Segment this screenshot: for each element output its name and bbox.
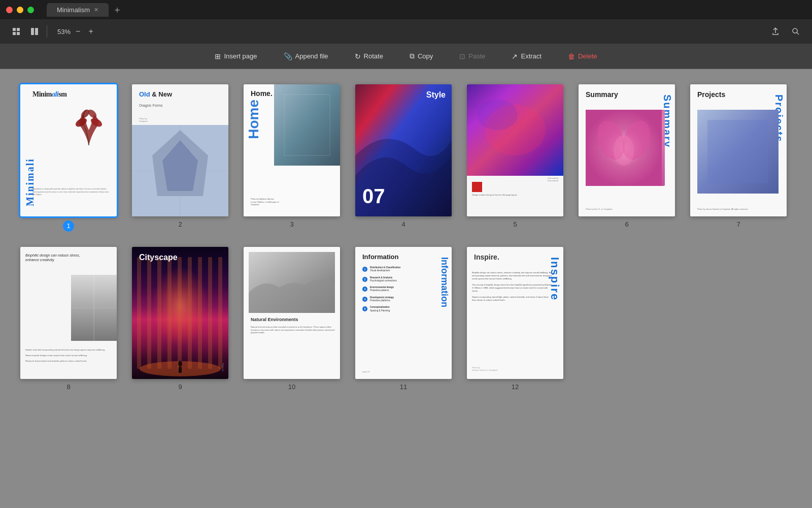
page10-title: Natural Environments [251,317,298,322]
svg-rect-36 [137,257,141,369]
page-num-9: 9 [178,383,182,391]
page2-subtitle: Oragnic Forms [139,104,162,107]
svg-rect-1 [17,28,20,31]
page-item-7[interactable]: Projects Projects [690,84,787,232]
page-num-2: 2 [178,220,182,228]
page-num-4: 4 [401,220,405,228]
svg-point-6 [793,28,797,33]
tab-close-button[interactable]: ✕ [94,7,98,13]
svg-rect-38 [157,257,161,369]
tab-label: Minimalism [57,6,90,14]
page1-content: Minimalism Minimali [20,84,117,216]
page4-style-title: Style [426,90,446,100]
svg-rect-40 [178,257,182,369]
page12-credit: Photo bySimone Hutsch on Unsplash [472,366,497,371]
page-thumb-11: Information Information 1 Distribution &… [355,247,452,379]
page-item-2[interactable]: Old & New Oragnic Forms Photo byUnsplash [132,84,228,232]
page-num-7: 7 [736,220,740,228]
svg-rect-2 [13,32,16,35]
page5-body-text: Design content text goes here for this p… [472,194,558,197]
page1-title: Minimalism [32,90,66,99]
page-item-9[interactable]: Cityscape Photo by 9 [132,247,228,391]
page-item-10[interactable]: Natural Environments Natural environment… [244,247,340,391]
svg-rect-39 [167,257,172,369]
page-thumb-9: Cityscape Photo by [132,247,228,379]
page-num-6: 6 [625,220,628,228]
page-item-4[interactable]: Style 07 4 [355,84,452,232]
page8-quote: Biophilic design can reduce stress, enha… [25,253,94,262]
title-bar: Minimalism ✕ ＋ [0,0,812,19]
page-num-8: 8 [66,383,70,391]
tab-minimalism[interactable]: Minimalism ✕ [47,3,109,17]
append-file-button[interactable]: 📎 Append file [279,49,333,64]
page-item-12[interactable]: Inspire. Inspire Biophilic design can re… [467,247,563,391]
insert-page-button[interactable]: ⊞ Insert page [210,49,262,64]
rotate-icon: ↻ [355,52,361,60]
page4-content: Style 07 [355,84,452,216]
page7-title-h: Projects [697,90,725,99]
page9-cityscape-title: Cityscape [139,253,178,262]
page-item-3[interactable]: Home. Home [244,84,340,232]
delete-button[interactable]: 🗑 Delete [563,49,602,64]
rotate-label: Rotate [364,52,383,60]
paste-button[interactable]: ⊡ Paste [454,49,490,64]
page-item-11[interactable]: Information Information 1 Distribution &… [355,247,452,391]
split-view-button[interactable] [26,24,43,39]
page12-text: Biophilic design can reduce stress, enha… [472,271,552,302]
paste-label: Paste [468,52,485,60]
window-maximize-button[interactable] [27,7,34,13]
extract-icon: ↗ [512,52,518,60]
svg-rect-41 [188,257,192,369]
search-button[interactable] [788,24,804,39]
svg-point-46 [178,361,182,367]
copy-label: Copy [418,52,433,60]
page11-footer: page.11 [362,370,369,373]
zoom-plus-button[interactable]: + [85,26,96,37]
page-item-5[interactable]: text contenttext content Design content … [467,84,563,232]
append-file-label: Append file [295,52,328,60]
share-button[interactable] [767,24,784,39]
svg-point-23 [477,100,518,130]
page3-title-v: Home [246,100,262,139]
svg-rect-42 [198,257,202,369]
page11-item-4: 4 Development strategyProtective platfor… [362,296,441,303]
page3-title-h: Home. [251,89,273,98]
zoom-control: 53% − + [57,26,96,37]
svg-point-27 [614,135,634,166]
page-thumb-1: Minimalism Minimali [20,84,117,216]
grid-icon [12,27,20,36]
add-tab-button[interactable]: ＋ [113,4,122,16]
page7-content: Projects Projects [690,84,787,216]
page9-image [132,247,228,379]
page5-content: text contenttext content Design content … [467,84,563,216]
page10-text: Natural environments provide essential c… [251,326,335,334]
page2-image [132,125,228,216]
svg-rect-43 [208,257,212,369]
page11-item-1: 1 Distribution & ClassificationVisual de… [362,266,441,273]
extract-button[interactable]: ↗ Extract [506,49,546,64]
page11-items-list: 1 Distribution & ClassificationVisual de… [362,266,441,316]
page-thumb-5: text contenttext content Design content … [467,84,563,216]
svg-rect-37 [147,257,151,369]
window-close-button[interactable] [6,7,13,13]
action-bar: ⊞ Insert page 📎 Append file ↻ Rotate ⧉ C… [0,44,812,69]
split-icon [30,27,39,36]
page-thumb-10: Natural Environments Natural environment… [244,247,340,379]
svg-rect-4 [31,28,34,35]
insert-page-label: Insert page [224,52,257,60]
toolbar: 53% − + [0,19,812,44]
page3-content: Home. Home [244,84,340,216]
page-item-8[interactable]: Biophilic design can reduce stress, enha… [20,247,117,391]
grid-view-button[interactable] [8,24,24,39]
window-minimize-button[interactable] [17,7,23,13]
zoom-value[interactable]: 53% [57,28,71,36]
zoom-minus-button[interactable]: − [73,26,83,37]
page-item-6[interactable]: Summary Summary [579,84,675,232]
page11-content: Information Information 1 Distribution &… [355,247,452,379]
separator [47,25,47,38]
page-thumb-6: Summary Summary [579,84,675,216]
page-item-1[interactable]: Minimalism Minimali [20,84,117,232]
rotate-button[interactable]: ↻ Rotate [350,49,388,64]
copy-button[interactable]: ⧉ Copy [404,49,438,64]
append-file-icon: 📎 [284,52,292,60]
